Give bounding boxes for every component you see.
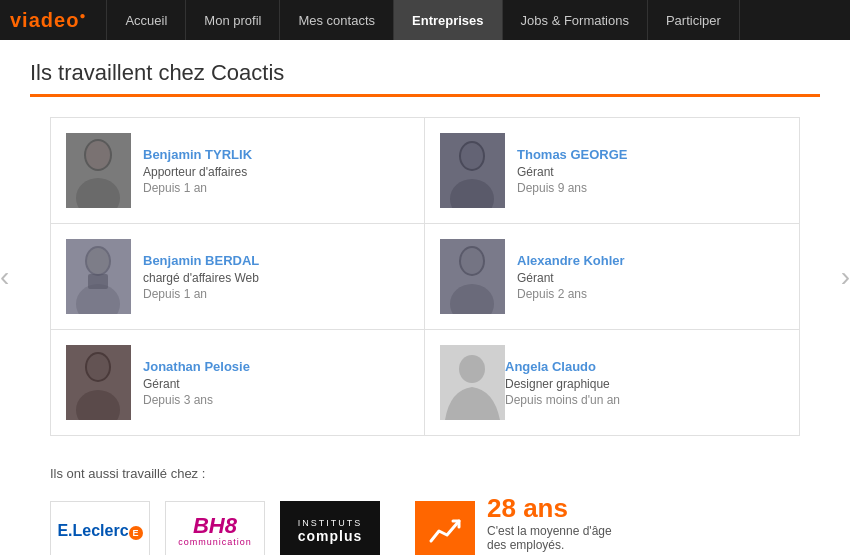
kohler-info: Alexandre Kohler Gérant Depuis 2 ans bbox=[517, 253, 784, 301]
pelosie-role: Gérant bbox=[143, 377, 409, 391]
also-content: E.LeclercE BH8 communication instituts c… bbox=[50, 493, 800, 555]
carousel-left-arrow[interactable]: ‹ bbox=[0, 261, 9, 293]
employees-grid: Benjamin TYRLIK Apporteur d'affaires Dep… bbox=[50, 117, 800, 436]
trend-icon bbox=[427, 513, 463, 549]
svg-point-3 bbox=[86, 141, 110, 169]
tyrlik-since: Depuis 1 an bbox=[143, 181, 409, 195]
eleclerc-logo-text: E.LeclercE bbox=[57, 521, 142, 540]
svg-point-7 bbox=[461, 143, 483, 169]
employee-berdal-photo bbox=[66, 239, 131, 314]
logo: viadeo● bbox=[10, 9, 86, 32]
svg-point-12 bbox=[87, 248, 109, 274]
pelosie-photo-svg bbox=[66, 345, 131, 420]
pelosie-info: Jonathan Pelosie Gérant Depuis 3 ans bbox=[143, 359, 409, 407]
pelosie-since: Depuis 3 ans bbox=[143, 393, 409, 407]
employee-claudo: Angela Claudo Designer graphique Depuis … bbox=[425, 330, 799, 435]
claudo-name[interactable]: Angela Claudo bbox=[505, 359, 784, 374]
employee-george: Thomas GEORGE Gérant Depuis 9 ans bbox=[425, 118, 799, 224]
company-eleclerc[interactable]: E.LeclercE bbox=[50, 501, 150, 555]
stats-text: 28 ans C'est la moyenne d'âge des employ… bbox=[487, 493, 627, 555]
employee-tyrlik-photo bbox=[66, 133, 131, 208]
company-bh8[interactable]: BH8 communication bbox=[165, 501, 265, 555]
employee-pelosie: Jonathan Pelosie Gérant Depuis 3 ans bbox=[51, 330, 425, 435]
svg-point-22 bbox=[459, 355, 485, 383]
tyrlik-role: Apporteur d'affaires bbox=[143, 165, 409, 179]
george-photo-svg bbox=[440, 133, 505, 208]
main-content: Ils travaillent chez Coactis ‹ bbox=[0, 40, 850, 555]
stats-box: 28 ans C'est la moyenne d'âge des employ… bbox=[415, 493, 627, 555]
employee-tyrlik: Benjamin TYRLIK Apporteur d'affaires Dep… bbox=[51, 118, 425, 224]
employee-berdal: Benjamin BERDAL chargé d'affaires Web De… bbox=[51, 224, 425, 330]
main-nav: Accueil Mon profil Mes contacts Entrepri… bbox=[106, 0, 840, 40]
tyrlik-name[interactable]: Benjamin TYRLIK bbox=[143, 147, 409, 162]
berdal-info: Benjamin BERDAL chargé d'affaires Web De… bbox=[143, 253, 409, 301]
nav-contacts[interactable]: Mes contacts bbox=[280, 0, 394, 40]
title-underline bbox=[30, 94, 820, 97]
employees-section: ‹ Benjamin TYRLIK Apporteur d bbox=[0, 107, 850, 446]
claudo-since: Depuis moins d'un an bbox=[505, 393, 784, 407]
claudo-info: Angela Claudo Designer graphique Depuis … bbox=[505, 359, 784, 407]
kohler-since: Depuis 2 ans bbox=[517, 287, 784, 301]
also-section: Ils ont aussi travaillé chez : E.Leclerc… bbox=[0, 446, 850, 555]
stats-description: C'est la moyenne d'âge des employés. bbox=[487, 524, 627, 552]
employee-claudo-photo bbox=[440, 345, 505, 420]
svg-point-20 bbox=[87, 354, 109, 380]
bh8-logo-text: BH8 communication bbox=[178, 515, 252, 547]
berdal-role: chargé d'affaires Web bbox=[143, 271, 409, 285]
carousel-right-arrow[interactable]: › bbox=[841, 261, 850, 293]
claudo-placeholder-svg bbox=[440, 345, 505, 420]
george-since: Depuis 9 ans bbox=[517, 181, 784, 195]
berdal-name[interactable]: Benjamin BERDAL bbox=[143, 253, 409, 268]
nav-accueil[interactable]: Accueil bbox=[106, 0, 186, 40]
george-name[interactable]: Thomas GEORGE bbox=[517, 147, 784, 162]
george-info: Thomas GEORGE Gérant Depuis 9 ans bbox=[517, 147, 784, 195]
claudo-role: Designer graphique bbox=[505, 377, 784, 391]
svg-rect-11 bbox=[88, 274, 108, 289]
also-title: Ils ont aussi travaillé chez : bbox=[50, 466, 800, 481]
pelosie-name[interactable]: Jonathan Pelosie bbox=[143, 359, 409, 374]
employee-pelosie-photo bbox=[66, 345, 131, 420]
employee-kohler: Alexandre Kohler Gérant Depuis 2 ans bbox=[425, 224, 799, 330]
employee-george-photo bbox=[440, 133, 505, 208]
stats-icon-box bbox=[415, 501, 475, 555]
kohler-role: Gérant bbox=[517, 271, 784, 285]
tyrlik-info: Benjamin TYRLIK Apporteur d'affaires Dep… bbox=[143, 147, 409, 195]
employee-kohler-photo bbox=[440, 239, 505, 314]
header: viadeo● Accueil Mon profil Mes contacts … bbox=[0, 0, 850, 40]
george-role: Gérant bbox=[517, 165, 784, 179]
tyrlik-photo-svg bbox=[66, 133, 131, 208]
kohler-photo-svg bbox=[440, 239, 505, 314]
svg-point-16 bbox=[461, 248, 483, 274]
nav-monprofil[interactable]: Mon profil bbox=[186, 0, 280, 40]
nav-jobs[interactable]: Jobs & Formations bbox=[503, 0, 648, 40]
nav-participer[interactable]: Participer bbox=[648, 0, 740, 40]
stats-number: 28 ans bbox=[487, 493, 627, 524]
berdal-since: Depuis 1 an bbox=[143, 287, 409, 301]
page-title: Ils travaillent chez Coactis bbox=[30, 60, 820, 86]
kohler-name[interactable]: Alexandre Kohler bbox=[517, 253, 784, 268]
title-section: Ils travaillent chez Coactis bbox=[0, 40, 850, 107]
nav-entreprises[interactable]: Entreprises bbox=[394, 0, 503, 40]
berdal-photo-svg bbox=[66, 239, 131, 314]
company-complus[interactable]: instituts complus bbox=[280, 501, 380, 555]
